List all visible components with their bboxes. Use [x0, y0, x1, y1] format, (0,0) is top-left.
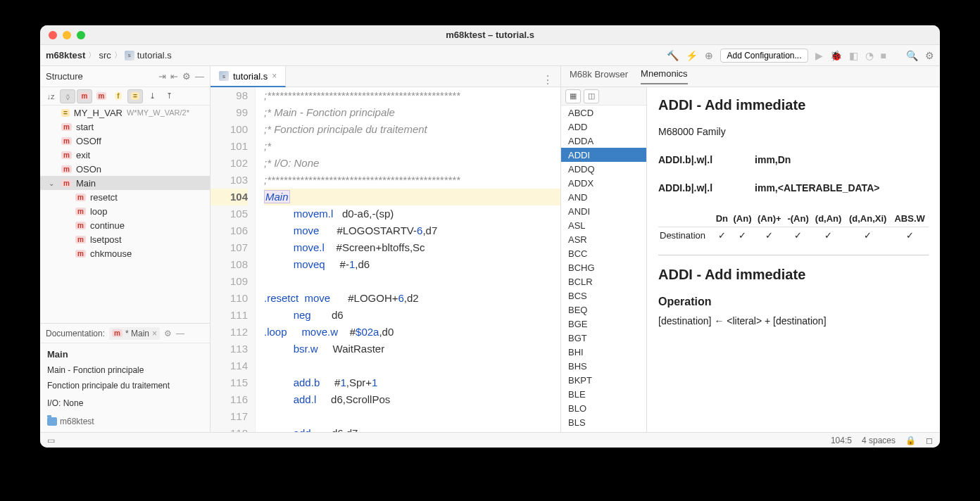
- type-badge-icon: =: [61, 109, 70, 117]
- profile-icon[interactable]: ◔: [865, 50, 874, 61]
- target-icon[interactable]: ⊕: [705, 50, 713, 61]
- doc-line1: Main - Fonction principale: [47, 365, 203, 376]
- add-configuration-button[interactable]: Add Configuration...: [720, 49, 808, 63]
- cursor-position[interactable]: 104:5: [831, 436, 852, 445]
- minimize-window-icon[interactable]: [63, 31, 71, 39]
- tree-item-lsetpost[interactable]: mlsetpost: [40, 232, 210, 246]
- structure-tree[interactable]: =MY_H_VARW*MY_W_VAR/2*mstartmOSOffmexitm…: [40, 106, 210, 323]
- breadcrumb-folder[interactable]: src: [99, 50, 111, 61]
- editor-tab-tutorial[interactable]: s tutorial.s ×: [211, 66, 286, 87]
- breadcrumb-project[interactable]: m68ktest: [46, 50, 85, 61]
- breadcrumb-file[interactable]: tutorial.s: [137, 50, 172, 61]
- tree-item-chkmouse[interactable]: mchkmouse: [40, 246, 210, 260]
- documentation-panel: Documentation: m * Main × ⚙ — Main Main …: [40, 323, 210, 432]
- mnemonic-bcs[interactable]: BCS: [561, 288, 646, 303]
- mnemonic-and[interactable]: AND: [561, 190, 646, 204]
- search-icon[interactable]: 🔍: [906, 50, 918, 61]
- coverage-icon[interactable]: ◧: [849, 50, 858, 61]
- code-content[interactable]: ;***************************************…: [256, 87, 560, 432]
- documentation-tab[interactable]: m * Main ×: [109, 327, 160, 340]
- mnemonic-add[interactable]: ADD: [561, 120, 646, 134]
- mnemonic-bhs[interactable]: BHS: [561, 359, 646, 373]
- tree-item-continue[interactable]: mcontinue: [40, 218, 210, 232]
- tree-item-label: lsetpost: [90, 234, 122, 245]
- autoscroll-from-icon[interactable]: ⤒: [161, 89, 177, 103]
- mnemonic-addq[interactable]: ADDQ: [561, 162, 646, 176]
- chevron-down-icon[interactable]: ⌄: [49, 179, 54, 187]
- hide-panel-icon[interactable]: —: [195, 71, 204, 82]
- play-icon[interactable]: ▶: [815, 50, 823, 61]
- tree-item-main[interactable]: ⌄mMain: [40, 176, 210, 190]
- gear-icon[interactable]: ⚙: [182, 71, 191, 82]
- close-window-icon[interactable]: [49, 31, 57, 39]
- addressing-table: Dn(An)(An)+-(An)(d,An)(d,An,Xi)ABS.W Des…: [658, 210, 929, 243]
- filter-m2-icon[interactable]: m: [94, 89, 109, 103]
- mnemonic-beq[interactable]: BEQ: [561, 303, 646, 317]
- mnemonic-blo[interactable]: BLO: [561, 401, 646, 415]
- settings-gear-icon[interactable]: ⚙: [925, 50, 934, 61]
- detail-signature-1: ADDI.b|.w|.limm,Dn: [658, 154, 929, 165]
- hide-doc-icon[interactable]: —: [176, 329, 184, 338]
- chevron-right-icon: 〉: [88, 50, 96, 61]
- filter-icon[interactable]: ⎀: [60, 89, 75, 103]
- mnemonic-addx[interactable]: ADDX: [561, 176, 646, 190]
- collapse-all-icon[interactable]: ⇥: [158, 71, 166, 82]
- mnemonic-bchg[interactable]: BCHG: [561, 260, 646, 274]
- indent-setting[interactable]: 4 spaces: [862, 436, 896, 445]
- mnemonic-bclr[interactable]: BCLR: [561, 274, 646, 288]
- mnemonic-bcc[interactable]: BCC: [561, 246, 646, 260]
- tree-item-exit[interactable]: mexit: [40, 148, 210, 162]
- mnemonic-bgt[interactable]: BGT: [561, 331, 646, 345]
- editor-more-icon[interactable]: ⋮: [535, 73, 560, 87]
- structure-header: Structure ⇥ ⇤ ⚙ —: [40, 66, 210, 87]
- tree-item-label: continue: [90, 220, 125, 231]
- mnemonic-ble[interactable]: BLE: [561, 387, 646, 401]
- mnemonic-asr[interactable]: ASR: [561, 232, 646, 246]
- list-view-icon[interactable]: ▦: [565, 89, 581, 103]
- tree-item-my_h_var[interactable]: =MY_H_VARW*MY_W_VAR/2*: [40, 106, 210, 120]
- tab-m68k-browser[interactable]: M68k Browser: [570, 69, 628, 84]
- mnemonic-abcd[interactable]: ABCD: [561, 106, 646, 120]
- detail-title: ADDI - Add immediate: [658, 97, 929, 113]
- mnemonic-adda[interactable]: ADDA: [561, 134, 646, 148]
- debug-icon[interactable]: 🐞: [830, 50, 842, 61]
- run-icon[interactable]: ⚡: [686, 50, 698, 61]
- filter-eq-icon[interactable]: =: [127, 89, 143, 103]
- mnemonic-bkpt[interactable]: BKPT: [561, 373, 646, 387]
- tree-item-oson[interactable]: mOSOn: [40, 162, 210, 176]
- type-badge-icon: m: [61, 123, 72, 131]
- filter-m-icon[interactable]: m: [77, 89, 92, 103]
- tab-mnemonics[interactable]: Mnemonics: [641, 68, 687, 84]
- mnemonic-andi[interactable]: ANDI: [561, 204, 646, 218]
- detail-family: M68000 Family: [658, 126, 929, 137]
- right-panel-tabs: M68k Browser Mnemonics: [561, 66, 940, 87]
- mnemonic-bls[interactable]: BLS: [561, 415, 646, 429]
- mnemonic-bhi[interactable]: BHI: [561, 345, 646, 359]
- project-view-icon[interactable]: ▭: [47, 436, 55, 445]
- tree-item-resetct[interactable]: mresetct: [40, 190, 210, 204]
- mnemonic-asl[interactable]: ASL: [561, 218, 646, 232]
- close-tab-icon[interactable]: ×: [272, 71, 277, 81]
- tree-item-osoff[interactable]: mOSOff: [40, 134, 210, 148]
- close-tab-icon[interactable]: ×: [152, 329, 157, 338]
- build-icon[interactable]: 🔨: [667, 50, 679, 61]
- doc-heading: Main: [47, 349, 203, 360]
- filter-f-icon[interactable]: f: [111, 89, 126, 103]
- lock-icon[interactable]: 🔒: [905, 436, 916, 445]
- tree-item-start[interactable]: mstart: [40, 120, 210, 134]
- stop-icon[interactable]: ■: [881, 50, 886, 61]
- tree-item-loop[interactable]: mloop: [40, 204, 210, 218]
- autoscroll-source-icon[interactable]: ⤓: [144, 89, 160, 103]
- detail-view-icon[interactable]: ◫: [584, 89, 599, 103]
- notifications-icon[interactable]: ◻: [926, 436, 933, 445]
- mnemonic-addi[interactable]: ADDI: [561, 148, 646, 162]
- mnemonic-detail: ADDI - Add immediate M68000 Family ADDI.…: [647, 87, 940, 432]
- zoom-window-icon[interactable]: [77, 31, 85, 39]
- expand-all-icon[interactable]: ⇤: [170, 71, 178, 82]
- gear-icon[interactable]: ⚙: [164, 329, 172, 338]
- editor-body[interactable]: 9899100101102103104105106107108109110111…: [211, 87, 560, 432]
- breadcrumb[interactable]: m68ktest 〉 src 〉 s tutorial.s: [46, 50, 172, 61]
- mnemonic-bge[interactable]: BGE: [561, 317, 646, 331]
- sort-alpha-icon[interactable]: ↓z: [43, 89, 58, 103]
- mnemonics-list[interactable]: ▦ ◫ ABCDADDADDAADDIADDQADDXANDANDIASLASR…: [561, 87, 647, 432]
